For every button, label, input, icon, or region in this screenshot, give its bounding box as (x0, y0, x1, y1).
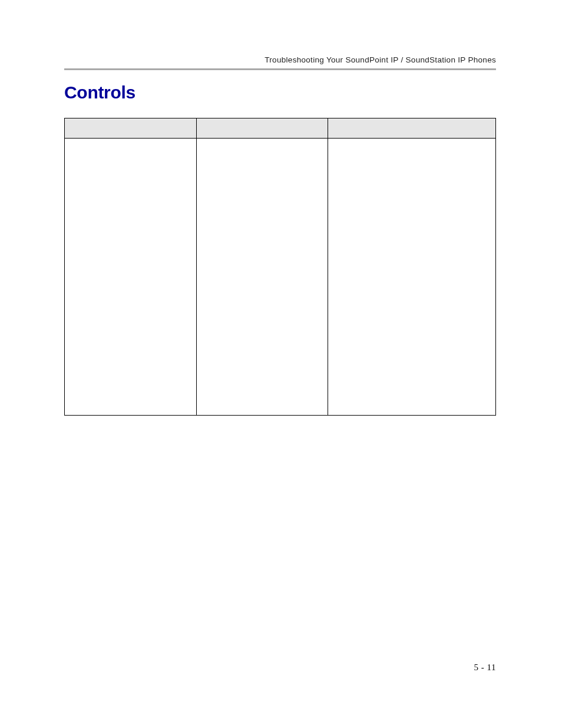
section-title: Controls (64, 83, 135, 103)
table-header-row (65, 118, 496, 139)
table-header-cell (65, 118, 197, 139)
page: Troubleshooting Your SoundPoint IP / Sou… (64, 0, 496, 728)
table-cell (328, 139, 496, 416)
table-header-cell (196, 118, 328, 139)
page-number: 5 - 11 (474, 663, 496, 673)
table-cell (65, 139, 197, 416)
controls-table (64, 118, 496, 416)
table-row (65, 139, 496, 416)
running-header: Troubleshooting Your SoundPoint IP / Sou… (265, 55, 496, 64)
header-divider (64, 68, 496, 70)
table-cell (196, 139, 328, 416)
table-header-cell (328, 118, 496, 139)
